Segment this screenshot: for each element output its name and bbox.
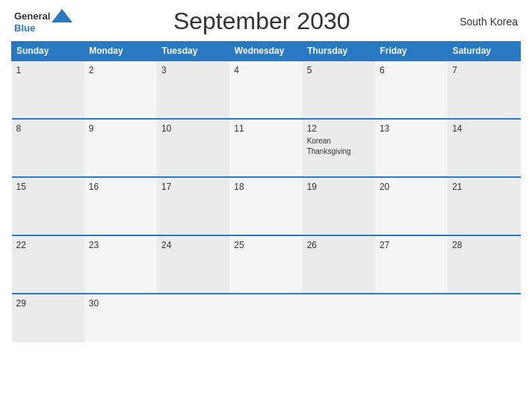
calendar-cell: 28 — [448, 235, 520, 294]
calendar-cell: 16 — [84, 177, 157, 235]
calendar-cell: 12KoreanThanksgiving — [303, 119, 375, 177]
date-number: 6 — [380, 65, 443, 75]
date-number: 2 — [89, 65, 152, 75]
day-header-sunday: Sunday — [12, 42, 84, 61]
date-number: 11 — [234, 123, 297, 134]
day-header-monday: Monday — [84, 42, 157, 61]
calendar-cell — [229, 294, 302, 342]
date-number: 19 — [307, 182, 371, 192]
date-number: 26 — [307, 240, 371, 250]
week-row-2: 89101112KoreanThanksgiving1314 — [12, 119, 521, 177]
date-number: 12 — [307, 123, 371, 134]
week-row-5: 2930 — [12, 294, 521, 342]
calendar-cell: 17 — [157, 177, 229, 235]
date-number: 16 — [89, 182, 152, 192]
week-row-1: 1234567 — [12, 61, 521, 119]
calendar-title: September 2030 — [72, 7, 451, 35]
country-label: South Korea — [451, 16, 518, 28]
date-number: 7 — [452, 65, 516, 75]
calendar-cell: 20 — [375, 177, 448, 235]
date-number: 1 — [16, 65, 80, 75]
calendar-cell: 4 — [229, 61, 302, 119]
week-row-3: 15161718192021 — [12, 177, 521, 235]
date-number: 9 — [89, 123, 152, 134]
calendar-cell: 29 — [12, 294, 84, 342]
svg-marker-0 — [52, 9, 72, 22]
calendar-cell: 10 — [157, 119, 229, 177]
date-number: 30 — [89, 298, 152, 309]
week-row-4: 22232425262728 — [12, 235, 521, 294]
calendar-table: SundayMondayTuesdayWednesdayThursdayFrid… — [11, 41, 521, 342]
day-header-wednesday: Wednesday — [229, 42, 302, 61]
calendar-cell: 15 — [12, 177, 84, 235]
calendar-cell — [303, 294, 375, 342]
date-number: 15 — [16, 182, 80, 192]
date-number: 14 — [452, 123, 516, 134]
calendar-cell: 9 — [84, 119, 157, 177]
date-number: 28 — [452, 240, 516, 250]
calendar-header: General Blue September 2030 South Korea — [11, 7, 521, 35]
event-label: Thanksgiving — [307, 147, 351, 155]
calendar-cell: 30 — [84, 294, 157, 342]
date-number: 5 — [307, 65, 371, 75]
calendar-cell — [448, 294, 520, 342]
calendar-container: General Blue September 2030 South Korea … — [0, 0, 532, 411]
date-number: 27 — [380, 240, 443, 250]
calendar-cell: 2 — [84, 61, 157, 119]
calendar-cell: 11 — [229, 119, 302, 177]
calendar-cell — [375, 294, 448, 342]
calendar-cell: 23 — [84, 235, 157, 294]
date-number: 10 — [161, 123, 225, 134]
calendar-cell: 1 — [12, 61, 84, 119]
date-number: 24 — [161, 240, 225, 250]
date-number: 20 — [380, 182, 443, 192]
calendar-cell: 27 — [375, 235, 448, 294]
calendar-cell: 6 — [375, 61, 448, 119]
calendar-cell: 8 — [12, 119, 84, 177]
calendar-cell: 21 — [448, 177, 520, 235]
calendar-cell: 13 — [375, 119, 448, 177]
date-number: 29 — [16, 298, 80, 309]
calendar-cell: 19 — [303, 177, 375, 235]
calendar-cell: 24 — [157, 235, 229, 294]
days-header-row: SundayMondayTuesdayWednesdayThursdayFrid… — [12, 42, 521, 61]
calendar-cell: 18 — [229, 177, 302, 235]
date-number: 13 — [380, 123, 443, 134]
date-number: 21 — [452, 182, 516, 192]
event-label: Korean — [307, 137, 331, 145]
date-number: 25 — [234, 240, 297, 250]
logo-blue-text: Blue — [14, 22, 35, 34]
date-number: 23 — [89, 240, 152, 250]
day-header-tuesday: Tuesday — [157, 42, 229, 61]
logo-general-text: General — [14, 10, 50, 22]
day-header-saturday: Saturday — [448, 42, 520, 61]
calendar-cell: 7 — [448, 61, 520, 119]
calendar-cell: 5 — [303, 61, 375, 119]
calendar-cell: 22 — [12, 235, 84, 294]
calendar-cell: 3 — [157, 61, 229, 119]
date-number: 4 — [234, 65, 297, 75]
day-header-thursday: Thursday — [303, 42, 375, 61]
date-number: 18 — [234, 182, 297, 192]
date-number: 17 — [161, 182, 225, 192]
day-header-friday: Friday — [375, 42, 448, 61]
calendar-cell: 14 — [448, 119, 520, 177]
calendar-cell: 26 — [303, 235, 375, 294]
logo: General Blue — [14, 9, 72, 34]
calendar-cell — [157, 294, 229, 342]
calendar-cell: 25 — [229, 235, 302, 294]
date-number: 8 — [16, 123, 80, 134]
date-number: 22 — [16, 240, 80, 250]
logo-flag-icon — [52, 9, 72, 22]
date-number: 3 — [161, 65, 225, 75]
